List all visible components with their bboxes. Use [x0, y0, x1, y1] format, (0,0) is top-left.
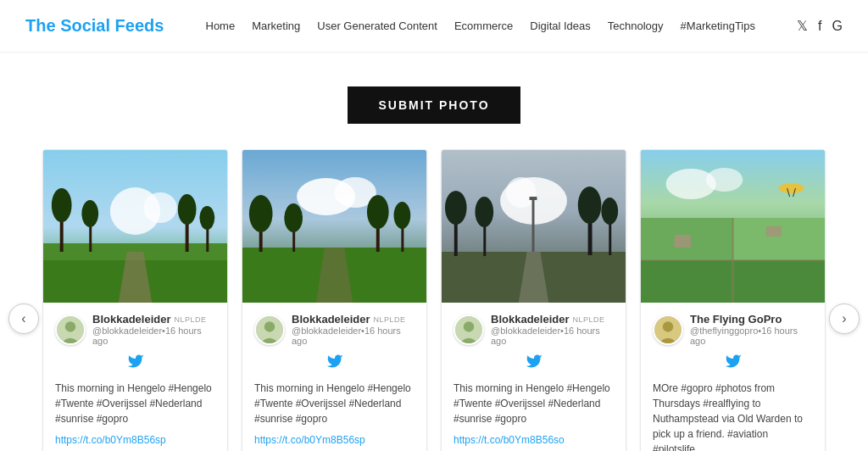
svg-point-60	[779, 183, 804, 193]
card-2-user-details: Blokkadeleider NLPLDE @blokkadeleider•16…	[292, 313, 415, 346]
card-2: Blokkadeleider NLPLDE @blokkadeleider•16…	[242, 149, 427, 451]
svg-rect-59	[766, 226, 782, 237]
card-4-tweet-text: MOre #gopro #photos from Thursdays #real…	[653, 381, 813, 451]
facebook-icon[interactable]: f	[818, 19, 821, 34]
card-2-tweet-text: This morning in Hengelo #Hengelo #Twente…	[254, 381, 415, 426]
logo-bold: Social Feeds	[60, 16, 164, 35]
nav-marketing-tips[interactable]: #MarketingTips	[681, 19, 755, 32]
svg-point-47	[464, 321, 474, 331]
card-4: The Flying GoPro @theflyinggopro•16 hour…	[640, 149, 826, 451]
card-1-tweet-text: This morning in Hengelo #Hengelo #Twente…	[55, 381, 215, 426]
card-2-username-line: Blokkadeleider NLPLDE	[292, 313, 415, 326]
card-1-handle: @blokkadeleider•16 hours ago	[92, 326, 215, 346]
card-2-user-info: Blokkadeleider NLPLDE @blokkadeleider•16…	[254, 313, 415, 346]
svg-point-21	[249, 195, 273, 232]
svg-point-42	[601, 198, 618, 225]
google-icon[interactable]: G	[832, 19, 843, 34]
card-3-username: Blokkadeleider	[491, 313, 570, 326]
nav-technology[interactable]: Technology	[608, 19, 664, 32]
svg-point-23	[284, 203, 303, 232]
site-logo: The Social Feeds	[25, 16, 164, 36]
card-3-user-details: Blokkadeleider NLPLDE @blokkadeleider•16…	[491, 313, 614, 346]
svg-rect-43	[532, 197, 535, 254]
svg-point-33	[506, 177, 537, 208]
svg-point-50	[706, 168, 743, 192]
social-icons-group: 𝕏 f G	[797, 18, 843, 34]
prev-arrow[interactable]: ‹	[8, 303, 39, 334]
card-1-avatar	[55, 315, 86, 345]
nav-digital-ideas[interactable]: Digital Ideas	[530, 19, 591, 32]
card-1-badge: NLPLDE	[175, 315, 207, 324]
card-2-badge: NLPLDE	[374, 315, 406, 324]
cards-grid: Blokkadeleider NLPLDE @blokkadeleider•16…	[42, 149, 826, 451]
card-2-body: Blokkadeleider NLPLDE @blokkadeleider•16…	[242, 303, 426, 451]
svg-rect-55	[641, 260, 733, 303]
card-3-username-line: Blokkadeleider NLPLDE	[491, 313, 614, 326]
svg-point-25	[367, 195, 389, 229]
svg-point-12	[199, 206, 214, 230]
site-header: The Social Feeds Home Marketing User Gen…	[0, 0, 868, 53]
svg-rect-54	[733, 218, 826, 260]
card-2-avatar	[254, 315, 285, 345]
svg-point-27	[394, 202, 411, 229]
svg-point-10	[178, 194, 197, 225]
card-2-tweet-link[interactable]: https://t.co/b0Ym8B56sp	[254, 434, 365, 446]
card-1-twitter-icon	[55, 353, 215, 374]
card-4-body: The Flying GoPro @theflyinggopro•16 hour…	[641, 303, 825, 451]
card-2-handle: @blokkadeleider•16 hours ago	[292, 326, 415, 346]
card-2-username: Blokkadeleider	[292, 313, 370, 326]
card-3-avatar	[453, 315, 484, 345]
card-1: Blokkadeleider NLPLDE @blokkadeleider•16…	[42, 149, 228, 451]
nav-ecommerce[interactable]: Ecommerce	[454, 19, 513, 32]
card-3-tweet-text: This morning in Hengelo #Hengelo #Twente…	[453, 381, 614, 426]
card-1-user-info: Blokkadeleider NLPLDE @blokkadeleider•16…	[55, 313, 215, 346]
svg-point-6	[52, 188, 72, 222]
card-4-user-info: The Flying GoPro @theflyinggopro•16 hour…	[653, 313, 813, 346]
card-1-body: Blokkadeleider NLPLDE @blokkadeleider•16…	[43, 303, 227, 451]
card-4-twitter-icon	[653, 353, 813, 374]
svg-rect-58	[674, 235, 691, 248]
card-3-tweet-link[interactable]: https://t.co/b0Ym8B56so	[453, 434, 565, 446]
submit-area: SUBMIT PHOTO	[0, 86, 868, 124]
card-3-body: Blokkadeleider NLPLDE @blokkadeleider•16…	[442, 303, 626, 451]
svg-point-64	[663, 321, 673, 331]
svg-rect-44	[530, 197, 537, 200]
svg-point-2	[143, 192, 176, 223]
carousel-wrapper: ‹	[0, 149, 868, 451]
card-2-twitter-icon	[254, 353, 415, 374]
card-4-username: The Flying GoPro	[690, 313, 782, 326]
svg-point-40	[578, 187, 602, 224]
logo-plain: The	[25, 16, 60, 35]
svg-point-8	[81, 200, 98, 227]
card-4-username-line: The Flying GoPro	[690, 313, 813, 326]
card-3-handle: @blokkadeleider•16 hours ago	[491, 326, 614, 346]
card-1-username-line: Blokkadeleider NLPLDE	[92, 313, 215, 326]
nav-home[interactable]: Home	[206, 19, 236, 32]
card-1-tweet-link[interactable]: https://t.co/b0Ym8B56sp	[55, 434, 166, 446]
card-4-avatar	[653, 315, 683, 345]
card-3-twitter-icon	[453, 353, 614, 374]
card-4-handle: @theflyinggopro•16 hours ago	[690, 326, 813, 346]
svg-point-30	[264, 321, 275, 331]
submit-photo-button[interactable]: SUBMIT PHOTO	[348, 86, 520, 124]
main-content: SUBMIT PHOTO ‹	[0, 53, 868, 451]
svg-rect-53	[733, 260, 826, 303]
card-4-image	[641, 150, 825, 303]
next-arrow[interactable]: ›	[829, 303, 860, 334]
card-3-user-info: Blokkadeleider NLPLDE @blokkadeleider•16…	[453, 313, 614, 346]
card-4-user-details: The Flying GoPro @theflyinggopro•16 hour…	[690, 313, 813, 346]
card-3-image	[442, 150, 626, 303]
nav-ugc[interactable]: User Generated Content	[317, 19, 437, 32]
nav-marketing[interactable]: Marketing	[252, 19, 300, 32]
svg-point-36	[445, 191, 467, 225]
svg-point-15	[65, 321, 75, 331]
card-3: Blokkadeleider NLPLDE @blokkadeleider•16…	[441, 149, 626, 451]
card-1-image	[43, 150, 227, 303]
twitter-icon[interactable]: 𝕏	[797, 18, 808, 34]
card-3-badge: NLPLDE	[573, 315, 605, 324]
card-2-image	[242, 150, 426, 303]
main-nav: Home Marketing User Generated Content Ec…	[206, 19, 755, 32]
svg-point-38	[475, 197, 493, 227]
card-1-username: Blokkadeleider	[92, 313, 171, 326]
card-1-user-details: Blokkadeleider NLPLDE @blokkadeleider•16…	[92, 313, 215, 346]
